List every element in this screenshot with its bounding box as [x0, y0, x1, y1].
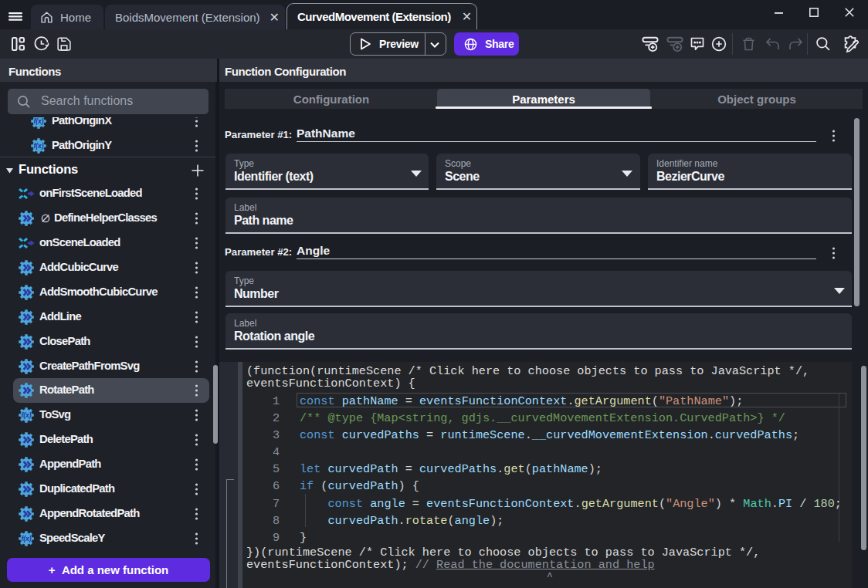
- svg-text:f(x): f(x): [33, 142, 43, 150]
- svg-text:f(x): f(x): [21, 411, 31, 419]
- svg-text:f(x): f(x): [21, 535, 31, 542]
- svg-text:f(x): f(x): [33, 117, 43, 125]
